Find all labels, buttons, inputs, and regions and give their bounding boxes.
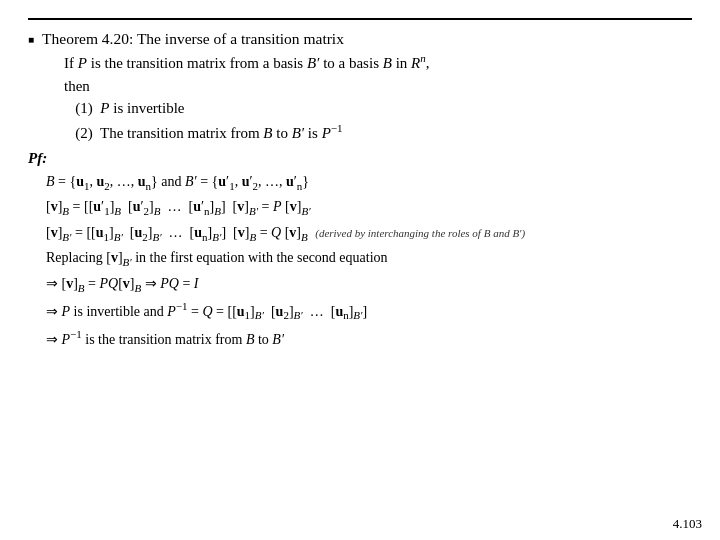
bullet-point: ■ bbox=[28, 34, 34, 45]
theorem-section: ■ Theorem 4.20: The inverse of a transit… bbox=[28, 30, 692, 144]
theorem-content: Theorem 4.20: The inverse of a transitio… bbox=[42, 30, 429, 144]
theorem-item2: (2) The transition matrix from B to B′ i… bbox=[64, 120, 429, 145]
proof-line2: [v]B = [[u′1]B [u′2]B … [u′n]B] [v]B′ = … bbox=[46, 196, 692, 220]
proof-line5: ⇒ [v]B = PQ[v]B ⇒ PQ = I bbox=[46, 273, 692, 297]
proof-line7: ⇒ P−1 is the transition matrix from B to… bbox=[46, 326, 692, 351]
theorem-body: If P is the transition matrix from a bas… bbox=[64, 50, 429, 144]
proof-line1: B = {u1, u2, …, un} and B′ = {u′1, u′2, … bbox=[46, 171, 692, 195]
theorem-then: then bbox=[64, 75, 429, 98]
page-number: 4.103 bbox=[673, 516, 702, 532]
proof-line4: Replacing [v]B′ in the first equation wi… bbox=[46, 247, 692, 271]
proof-math: B = {u1, u2, …, un} and B′ = {u′1, u′2, … bbox=[46, 171, 692, 351]
theorem-title: Theorem 4.20: The inverse of a transitio… bbox=[42, 30, 429, 48]
theorem-condition: If P is the transition matrix from a bas… bbox=[64, 50, 429, 75]
top-rule bbox=[28, 18, 692, 20]
proof-line6: ⇒ P is invertible and P−1 = Q = [[u1]B′ … bbox=[46, 298, 692, 325]
theorem-item1: (1) P is invertible bbox=[64, 97, 429, 120]
proof-label: Pf: bbox=[28, 150, 692, 167]
small-note: (derived by interchanging the roles of B… bbox=[315, 227, 525, 239]
proof-section: Pf: B = {u1, u2, …, un} and B′ = {u′1, u… bbox=[28, 150, 692, 351]
page: ■ Theorem 4.20: The inverse of a transit… bbox=[0, 0, 720, 540]
proof-line3: [v]B′ = [[u1]B′ [u2]B′ … [un]B′] [v]B = … bbox=[46, 222, 692, 246]
